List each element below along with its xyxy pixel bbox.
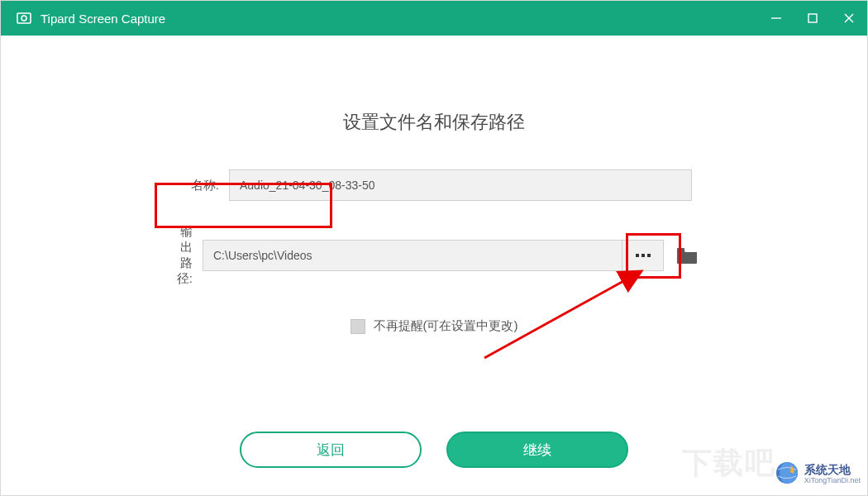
app-window: Tipard Screen Capture 设置文件名和保存路径 名称: <box>0 0 868 496</box>
watermark-faded: 下载吧 <box>682 443 776 484</box>
ellipsis-icon <box>635 253 651 258</box>
name-field-wrap <box>229 169 692 201</box>
watermark-en: XiTongTianDi.net <box>804 477 861 485</box>
app-title: Tipard Screen Capture <box>41 12 165 26</box>
svg-rect-3 <box>808 14 817 22</box>
title-left: Tipard Screen Capture <box>16 10 165 26</box>
globe-icon <box>775 460 799 489</box>
name-label: 名称: <box>169 178 219 193</box>
svg-rect-6 <box>636 254 639 257</box>
window-controls <box>758 1 867 36</box>
path-label: 输出路径: <box>169 224 193 287</box>
content-area: 设置文件名和保存路径 名称: 输出路径: <box>1 36 867 495</box>
svg-rect-8 <box>647 254 651 257</box>
svg-rect-0 <box>17 13 31 23</box>
name-row: 名称: <box>169 169 699 201</box>
path-row: 输出路径: <box>169 224 699 287</box>
maximize-button[interactable] <box>794 1 831 36</box>
browse-path-button[interactable] <box>622 240 664 271</box>
dont-remind-checkbox[interactable] <box>351 319 365 334</box>
path-input[interactable] <box>203 240 622 271</box>
open-folder-button[interactable] <box>675 246 699 265</box>
form: 名称: 输出路径: <box>169 169 699 287</box>
watermark-text: 系统天地 XiTongTianDi.net <box>804 464 861 484</box>
close-button[interactable] <box>831 1 867 36</box>
name-input[interactable] <box>229 169 692 201</box>
dialog-title: 设置文件名和保存路径 <box>1 110 867 135</box>
watermark: 系统天地 XiTongTianDi.net <box>775 460 861 489</box>
dont-remind-label: 不再提醒(可在设置中更改) <box>374 318 518 334</box>
svg-rect-9 <box>677 248 684 251</box>
path-field-wrap <box>203 240 699 271</box>
folder-icon <box>675 246 699 265</box>
titlebar: Tipard Screen Capture <box>1 1 867 36</box>
back-button[interactable]: 返回 <box>240 432 422 468</box>
app-logo-icon <box>16 10 32 26</box>
continue-button[interactable]: 继续 <box>446 432 628 468</box>
svg-point-1 <box>21 16 26 21</box>
svg-rect-7 <box>641 254 645 257</box>
minimize-button[interactable] <box>758 1 794 36</box>
watermark-cn: 系统天地 <box>804 464 861 476</box>
dont-remind-row: 不再提醒(可在设置中更改) <box>1 318 867 334</box>
